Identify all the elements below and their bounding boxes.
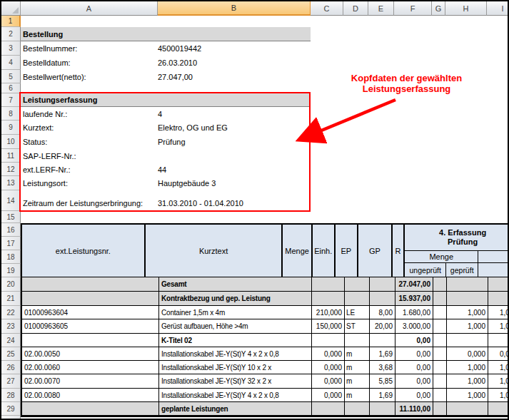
row-header-15[interactable]: 15 [1,211,21,223]
column-header-i[interactable]: I [487,1,509,16]
cell[interactable]: Installationskabel JE-Y(St)Y 4 x 2 x 0,8 [159,347,312,360]
cell[interactable]: 1,000 [447,374,488,388]
cell[interactable]: 15.937,00 [395,292,433,305]
cell[interactable] [488,402,509,415]
zeitraum-value[interactable]: 31.03.2010 - 01.04.2010 [158,190,243,211]
cell[interactable]: 01000963605 [22,319,159,333]
cell[interactable]: Kontraktbezug und gep. Leistung [159,292,312,305]
cell[interactable]: 0,000 [312,347,345,360]
cell[interactable]: Installationskabel JE-Y(St)Y 10 x 2 x [159,361,312,374]
cell[interactable] [22,292,159,305]
column-header-h[interactable]: H [445,1,487,16]
cell[interactable]: 150,000 [312,319,345,333]
cell[interactable]: 0,000 [312,361,345,374]
row-header-17[interactable]: 17 [1,237,21,250]
row-header-9[interactable]: 9 [1,121,21,135]
row-header-11[interactable]: 11 [1,149,21,163]
column-header-f[interactable]: F [394,1,432,16]
column-header-e[interactable]: E [368,1,394,16]
row-header-6[interactable]: 6 [1,83,21,93]
header-ep[interactable]: EP [336,225,359,277]
cell[interactable]: 1,000 [488,319,509,333]
cell[interactable]: 1,000 [488,361,509,374]
cell[interactable]: 1,000 [447,389,488,401]
cell[interactable] [345,402,370,415]
cell[interactable]: 210,000 [312,306,345,319]
row-header-13[interactable]: 13 [1,176,21,190]
row-header-20[interactable]: 20 [1,277,21,292]
cell[interactable]: 1,000 [447,306,488,319]
bestellwert-value[interactable]: 27.047,00 [158,70,193,83]
cell[interactable] [312,292,345,305]
leistungserfassung-section-title[interactable]: Leistungserfassung [21,93,311,107]
cell[interactable]: Gerüst aufbauen, Höhe >4m [159,319,312,333]
cell[interactable]: Installationskabel JE-Y(St)Y 4 x 2 x 0,8 [159,389,312,401]
cell[interactable] [345,292,370,305]
cell[interactable]: m [345,389,370,401]
row-header-27[interactable]: 27 [1,374,21,389]
row-header-28[interactable]: 28 [1,389,21,402]
row-header-1[interactable]: 1 [1,16,21,27]
status-value[interactable]: Prüfung [158,135,186,149]
cell[interactable] [312,334,345,347]
zeitraum-label[interactable]: Zeitraum der Leistungserbringung: [21,190,158,211]
bestelldatum-value[interactable]: 26.03.2010 [158,56,197,70]
cell[interactable]: 01000963604 [22,306,159,319]
cell[interactable] [433,334,447,347]
cell[interactable] [22,334,159,347]
leistungsort-value[interactable]: Hauptgebäude 3 [158,176,216,190]
cell[interactable]: ST [345,319,370,333]
cell[interactable]: LE [345,306,370,319]
header-geprueft[interactable]: geprüft [446,263,478,277]
cell[interactable]: 0,000 [447,347,488,360]
cell[interactable] [433,402,447,415]
select-all-button[interactable] [1,1,21,16]
header-erfassung-title[interactable]: 4. Erfassung Prüfung [405,225,509,251]
column-header-g[interactable]: G [432,1,445,16]
cell[interactable]: Container 1,5m x 4m [159,306,312,319]
status-label[interactable]: Status: [21,135,158,149]
row-header-10[interactable]: 10 [1,135,21,149]
cell[interactable] [22,402,159,415]
cell[interactable]: 0,00 [395,389,433,401]
row-header-30[interactable]: 30 [1,416,21,420]
cell[interactable] [345,277,370,291]
column-header-d[interactable]: D [343,1,368,16]
kurztext-label[interactable]: Kurztext: [21,121,158,135]
cell[interactable] [22,277,159,291]
row-header-23[interactable]: 23 [1,319,21,334]
cell[interactable]: 02.00.0060 [22,361,159,374]
cell[interactable] [433,361,447,374]
column-header-a[interactable]: A [21,1,158,16]
row-header-2[interactable]: 2 [1,27,21,41]
row-header-7[interactable]: 7 [1,93,21,107]
laufende-nr-label[interactable]: laufende Nr.: [21,107,158,121]
sap-lerf-nr-label[interactable]: SAP-LERF-Nr.: [21,149,158,163]
header-ungeprueft[interactable]: ungeprüft [405,263,446,277]
bestelldatum-label[interactable]: Bestelldatum: [21,56,158,70]
cell[interactable] [312,277,345,291]
ext-lerf-nr-value[interactable]: 44 [158,163,166,176]
cell[interactable]: 3,68 [370,361,395,374]
cell[interactable]: 1,000 [447,319,488,333]
cell[interactable]: m [345,361,370,374]
row-header-16[interactable]: 16 [1,223,21,237]
leistungsort-label[interactable]: Leistungsort: [21,176,158,190]
cell[interactable] [370,402,395,415]
cell[interactable] [433,306,447,319]
cell[interactable]: 0,00 [395,374,433,388]
cell[interactable] [488,334,509,347]
cell[interactable] [433,277,447,291]
cell[interactable]: 5,85 [370,374,395,388]
cell[interactable] [447,402,488,415]
bestellnummer-label[interactable]: Bestellnummer: [21,41,158,56]
cell[interactable] [488,277,509,291]
cell[interactable]: 0,00 [395,361,433,374]
bestellwert-label[interactable]: Bestellwert(netto): [21,70,158,83]
cell[interactable]: 0,000 [312,389,345,401]
row-header-3[interactable]: 3 [1,41,21,56]
cell[interactable]: 1,69 [370,347,395,360]
cell[interactable]: K-Titel 02 [159,334,312,347]
cell[interactable]: 1.680,00 [395,306,433,319]
column-header-b-selected[interactable]: B [158,1,311,16]
